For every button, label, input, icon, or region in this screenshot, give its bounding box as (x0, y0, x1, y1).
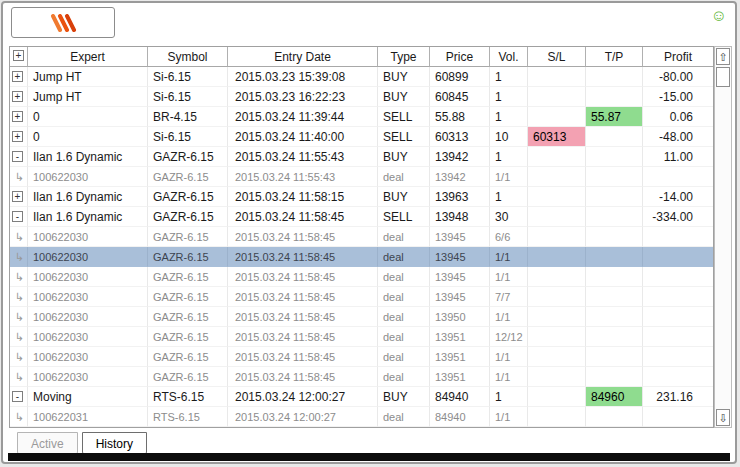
col-sl[interactable]: S/L (528, 47, 586, 67)
cell-symbol: Si-6.15 (148, 67, 228, 87)
expand-button[interactable]: + (12, 111, 23, 122)
col-entry-date[interactable]: Entry Date (228, 47, 378, 67)
vertical-scrollbar[interactable]: ⇧ ⇩ (714, 46, 732, 428)
cell-type: deal (378, 247, 430, 267)
deal-indent-icon: ↳ (12, 287, 27, 307)
table-row[interactable]: -Ilan 1.6 DynamicGAZR-6.152015.03.24 11:… (10, 147, 713, 167)
cell-expert: 100622030 (28, 287, 148, 307)
cell-profit: -15.00 (643, 87, 713, 107)
table-row[interactable]: +0BR-4.152015.03.24 11:39:44SELL55.88155… (10, 107, 713, 127)
cell-price: 13951 (430, 347, 490, 367)
expand-button[interactable]: + (12, 191, 23, 202)
expand-button[interactable]: + (12, 131, 23, 142)
cell-type: SELL (378, 207, 430, 227)
cell-vol: 6/6 (490, 227, 528, 247)
cell-tp (586, 227, 643, 247)
cell-entry-date: 2015.03.23 16:22:23 (228, 87, 378, 107)
cell-expert: Jump HT (28, 87, 148, 107)
cell-expand: ↳ (10, 167, 28, 187)
cell-expert: Ilan 1.6 Dynamic (28, 147, 148, 167)
table-row[interactable]: ↳100622030GAZR-6.152015.03.24 11:58:45de… (10, 367, 713, 387)
cell-vol: 12/12 (490, 327, 528, 347)
table-header: + Expert Symbol Entry Date Type Price Vo… (10, 47, 713, 67)
cell-symbol: Si-6.15 (148, 87, 228, 107)
col-price[interactable]: Price (430, 47, 490, 67)
table-row[interactable]: ↳100622030GAZR-6.152015.03.24 11:58:45de… (10, 287, 713, 307)
cell-price: 13951 (430, 367, 490, 387)
cell-sl (528, 147, 586, 167)
cell-price: 13950 (430, 307, 490, 327)
table-row[interactable]: ↳100622030GAZR-6.152015.03.24 11:55:43de… (10, 167, 713, 187)
cell-expert: 100622030 (28, 367, 148, 387)
col-profit[interactable]: Profit (643, 47, 713, 67)
expand-button[interactable]: - (12, 211, 23, 222)
cell-vol: 1 (490, 147, 528, 167)
table-row[interactable]: +0Si-6.152015.03.24 11:40:00SELL60313106… (10, 127, 713, 147)
cell-type: deal (378, 227, 430, 247)
tab-active[interactable]: Active (17, 432, 78, 455)
deal-indent-icon: ↳ (12, 307, 27, 327)
table-row[interactable]: ↳100622031RTS-6.152015.03.24 12:00:27dea… (10, 407, 713, 427)
cell-sl: 60313 (528, 127, 586, 147)
cell-price: 84940 (430, 407, 490, 427)
cell-entry-date: 2015.03.24 11:58:45 (228, 367, 378, 387)
table-row[interactable]: ↳100622030GAZR-6.152015.03.24 11:58:45de… (10, 327, 713, 347)
table-row[interactable]: ↳100622030GAZR-6.152015.03.24 11:58:45de… (10, 347, 713, 367)
cell-tp (586, 287, 643, 307)
cell-price: 13942 (430, 167, 490, 187)
cell-expand: - (10, 207, 28, 227)
table-row[interactable]: ↳100622030GAZR-6.152015.03.24 11:58:45de… (10, 267, 713, 287)
table-row[interactable]: ↳100622030GAZR-6.152015.03.24 11:58:45de… (10, 247, 713, 267)
deal-indent-icon: ↳ (12, 267, 27, 287)
cell-type: deal (378, 407, 430, 427)
cell-expert: Ilan 1.6 Dynamic (28, 207, 148, 227)
scroll-thumb[interactable] (716, 67, 730, 87)
cell-profit (643, 367, 713, 387)
table-row[interactable]: +Ilan 1.6 DynamicGAZR-6.152015.03.24 11:… (10, 187, 713, 207)
cell-profit: 231.16 (643, 387, 713, 407)
deal-indent-icon: ↳ (12, 367, 27, 387)
cell-sl (528, 207, 586, 227)
scroll-down-button[interactable]: ⇩ (716, 409, 730, 426)
expand-button[interactable]: + (12, 91, 23, 102)
table-row[interactable]: +Jump HTSi-6.152015.03.23 15:39:08BUY608… (10, 67, 713, 87)
cell-vol: 1 (490, 187, 528, 207)
cell-expand: + (10, 87, 28, 107)
expand-button[interactable]: + (12, 71, 23, 82)
cell-profit: 0.06 (643, 107, 713, 127)
col-type[interactable]: Type (378, 47, 430, 67)
table-row[interactable]: -Ilan 1.6 DynamicGAZR-6.152015.03.24 11:… (10, 207, 713, 227)
cell-type: SELL (378, 127, 430, 147)
cell-symbol: GAZR-6.15 (148, 267, 228, 287)
cell-sl (528, 347, 586, 367)
col-tp[interactable]: T/P (586, 47, 643, 67)
connection-smiley-icon: ☺ (711, 8, 727, 24)
expand-button[interactable]: - (12, 391, 23, 402)
cell-symbol: Si-6.15 (148, 127, 228, 147)
cell-tp (586, 147, 643, 167)
toolbar-tab[interactable] (11, 7, 115, 38)
cell-type: deal (378, 287, 430, 307)
expand-all-button[interactable]: + (13, 50, 24, 61)
cell-symbol: GAZR-6.15 (148, 327, 228, 347)
cell-symbol: GAZR-6.15 (148, 227, 228, 247)
expand-button[interactable]: - (12, 151, 23, 162)
table-row[interactable]: ↳100622030GAZR-6.152015.03.24 11:58:45de… (10, 307, 713, 327)
cell-entry-date: 2015.03.24 12:00:27 (228, 407, 378, 427)
cell-tp (586, 247, 643, 267)
col-vol[interactable]: Vol. (490, 47, 528, 67)
cell-entry-date: 2015.03.24 11:58:45 (228, 227, 378, 247)
tab-history[interactable]: History (82, 432, 147, 455)
table-row[interactable]: +Jump HTSi-6.152015.03.23 16:22:23BUY608… (10, 87, 713, 107)
cell-expert: Ilan 1.6 Dynamic (28, 187, 148, 207)
table-row[interactable]: ↳100622030GAZR-6.152015.03.24 11:58:45de… (10, 227, 713, 247)
cell-profit (643, 347, 713, 367)
cell-sl (528, 247, 586, 267)
col-symbol[interactable]: Symbol (148, 47, 228, 67)
table-row[interactable]: -MovingRTS-6.152015.03.24 12:00:27BUY849… (10, 387, 713, 407)
scroll-up-button[interactable]: ⇧ (716, 48, 730, 65)
cell-tp (586, 167, 643, 187)
cell-symbol: GAZR-6.15 (148, 147, 228, 167)
col-expert[interactable]: Expert (28, 47, 148, 67)
cell-entry-date: 2015.03.24 11:58:15 (228, 187, 378, 207)
